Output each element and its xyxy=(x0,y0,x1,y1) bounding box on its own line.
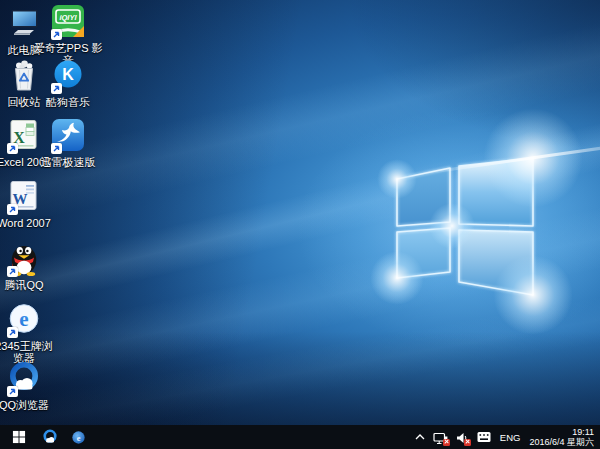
desktop-icon-2345-browser[interactable]: e 2345王牌浏览器 xyxy=(0,302,55,364)
icon-label: 腾讯QQ xyxy=(0,279,55,291)
svg-text:e: e xyxy=(77,433,81,442)
desktop-icon-tencent-qq[interactable]: 腾讯QQ xyxy=(0,241,55,291)
desktop-icon-iqiyi-pps[interactable]: iQIYI 爱奇艺PPS 影音 xyxy=(33,4,103,66)
taskbar-button-qq-browser[interactable] xyxy=(36,425,63,449)
e-browser-icon: e xyxy=(71,430,86,445)
svg-text:K: K xyxy=(62,66,74,83)
icon-label: 酷狗音乐 xyxy=(33,96,103,108)
shortcut-arrow-icon xyxy=(7,327,18,338)
iqiyi-pps-icon: iQIYI xyxy=(50,4,86,40)
system-tray: ENG 19:11 2016/6/4 星期六 xyxy=(411,425,600,449)
desktop-icon-qq-browser[interactable]: QQ浏览器 xyxy=(0,361,55,411)
svg-text:e: e xyxy=(19,307,28,331)
shortcut-arrow-icon xyxy=(51,143,62,154)
icon-label: QQ浏览器 xyxy=(0,399,55,411)
tencent-qq-icon xyxy=(6,241,42,277)
network-disconnected-icon[interactable] xyxy=(429,425,452,449)
desktop-icon-word-2007[interactable]: W Word 2007 xyxy=(0,179,55,229)
volume-muted-icon[interactable] xyxy=(452,425,473,449)
windows-flag-icon xyxy=(12,430,26,444)
shortcut-arrow-icon xyxy=(7,204,18,215)
language-indicator[interactable]: ENG xyxy=(495,425,526,449)
taskbar-button-2345-browser[interactable]: e xyxy=(65,425,92,449)
taskbar: e xyxy=(0,425,600,449)
tray-time: 19:11 xyxy=(529,427,594,437)
svg-text:iQIYI: iQIYI xyxy=(59,13,77,22)
shortcut-arrow-icon xyxy=(7,143,18,154)
error-badge xyxy=(443,439,450,446)
desktop-icon-thunder-speed[interactable]: 迅雷极速版 xyxy=(33,118,103,168)
shortcut-arrow-icon xyxy=(7,266,18,277)
tray-date: 2016/6/4 星期六 xyxy=(529,437,594,447)
tray-chevron-up-icon[interactable] xyxy=(411,425,429,449)
start-button[interactable] xyxy=(5,425,32,449)
thunder-speed-icon xyxy=(50,118,86,154)
desktop-icon-kugou-music[interactable]: K 酷狗音乐 xyxy=(33,58,103,108)
qq-browser-icon xyxy=(6,361,42,397)
word-2007-icon: W xyxy=(6,179,42,215)
shortcut-arrow-icon xyxy=(7,386,18,397)
tray-clock[interactable]: 19:11 2016/6/4 星期六 xyxy=(525,427,600,447)
shortcut-arrow-icon xyxy=(51,29,62,40)
2345-browser-icon: e xyxy=(6,302,42,338)
touch-keyboard-icon[interactable] xyxy=(473,425,495,449)
icon-label: Word 2007 xyxy=(0,217,55,229)
qq-browser-icon xyxy=(42,429,58,445)
windows-logo xyxy=(380,144,550,314)
error-badge xyxy=(464,439,471,446)
icon-label: 迅雷极速版 xyxy=(33,156,103,168)
kugou-music-icon: K xyxy=(50,58,86,94)
shortcut-arrow-icon xyxy=(51,83,62,94)
